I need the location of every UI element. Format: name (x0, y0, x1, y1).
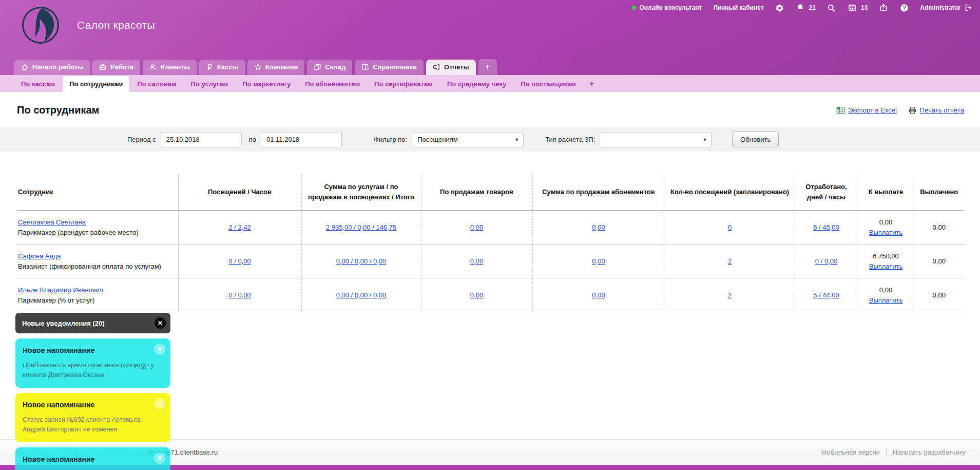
report-subtab[interactable]: По салонам (130, 76, 183, 92)
employee-name-link[interactable]: Светлакова Светлана (18, 218, 86, 226)
write-developer-link[interactable]: Написать разработчику (893, 448, 966, 456)
sum-services-link[interactable]: 0,00 / 0,00 / 0,00 (336, 257, 387, 265)
col-paid: Выплачено (914, 174, 964, 211)
online-consultant-link[interactable]: Онлайн консультант (632, 4, 702, 11)
notifications-stack: Новые уведомления (20) ✕ Новое напоминан… (15, 313, 170, 470)
to-pay-amount: 0,00 (863, 285, 909, 295)
filter-by-select[interactable]: Посещениям ▼ (412, 132, 524, 147)
table-row: Сафина Аида Визажист (фиксированная опла… (17, 245, 964, 278)
col-sum-services: Сумма по услугам / по продажам в посещен… (301, 174, 421, 211)
worked-link[interactable]: 6 / 45,00 (813, 223, 839, 231)
goods-sales-link[interactable]: 0,00 (470, 223, 483, 231)
add-tab-button[interactable]: + (478, 59, 497, 75)
print-report-link[interactable]: Печать отчёта (908, 106, 964, 115)
employee-name-link[interactable]: Сафина Аида (18, 252, 61, 260)
filter-by-value: Посещениям (417, 136, 458, 143)
main-tab-label: Работа (110, 63, 133, 71)
main-tab[interactable]: Кассы (199, 60, 245, 75)
main-tab[interactable]: Клиенты (143, 60, 197, 75)
notification-title: Новое напоминание (23, 346, 163, 354)
visits-hours-link[interactable]: 0 / 0,00 (228, 291, 251, 299)
main-tab-label: Клиенты (161, 63, 190, 71)
close-icon[interactable]: ✕ (154, 344, 165, 355)
pay-out-link[interactable]: Выплатить (869, 262, 903, 270)
report-subtab[interactable]: По кассам (14, 76, 62, 92)
report-subtab[interactable]: По среднему чеку (440, 76, 513, 92)
goods-sales-link[interactable]: 0,00 (470, 257, 483, 265)
worked-link[interactable]: 5 / 44,00 (813, 291, 839, 299)
book-icon (361, 63, 369, 71)
period-to-input[interactable]: 01.11.2018 (261, 132, 342, 147)
visits-hours-link[interactable]: 0 / 0,00 (228, 257, 251, 265)
notification-body: Статус записи №692 клиента Артемьев Андр… (23, 415, 163, 435)
employee-name-link[interactable]: Ильин Владимир Иванович (18, 286, 103, 294)
report-subtab[interactable]: По сотрудникам (63, 76, 129, 92)
mobile-version-link[interactable]: Мобильная версия (821, 448, 879, 456)
main-tab[interactable]: Компания (247, 60, 305, 75)
report-subtab[interactable]: По маркетингу (236, 76, 297, 92)
export-excel-link[interactable]: Экспорт в Excel (836, 106, 897, 115)
filter-bar: Период с 25.10.2018 по 01.11.2018 Фильтр… (0, 127, 980, 152)
report-subtab[interactable]: По сертификатам (368, 76, 439, 92)
report-subtab[interactable]: По услугам (184, 76, 235, 92)
salary-type-select[interactable]: ▼ (600, 132, 712, 147)
main-tabs: Начало работы Работа Клиенты Кассы Компа… (14, 59, 497, 75)
export-excel-label: Экспорт в Excel (848, 106, 897, 114)
add-subtab-button[interactable]: + (584, 76, 600, 92)
sum-services-link[interactable]: 2 935,00 / 0,00 / 146,75 (326, 223, 396, 231)
share-button[interactable] (879, 3, 888, 12)
main-tab-label: Отчеты (444, 63, 469, 71)
boxes-icon (314, 63, 321, 71)
divider (886, 449, 887, 456)
planned-visits-link[interactable]: 2 (728, 291, 732, 299)
report-subtab[interactable]: По поставщикам (514, 76, 583, 92)
main-tab[interactable]: Справочники (355, 60, 424, 75)
col-subscriptions-sum: Сумма по продажам абонементов (532, 174, 665, 211)
table-row: Светлакова Светлана Парикмахер (арендует… (17, 211, 964, 245)
calendar-button[interactable]: 13 (848, 3, 868, 12)
subscriptions-sum-link[interactable]: 0,00 (592, 223, 605, 231)
pay-out-link[interactable]: Выплатить (869, 296, 903, 304)
report-subtab-label: По поставщикам (521, 80, 576, 88)
main-tab-label: Склад (325, 63, 345, 71)
user-menu[interactable]: Administrator (920, 3, 973, 12)
briefcase-icon (99, 63, 107, 71)
subscriptions-sum-link[interactable]: 0,00 (592, 291, 605, 299)
share-icon (879, 3, 888, 12)
close-icon[interactable]: ✕ (155, 317, 166, 329)
planned-visits-link[interactable]: 0 (728, 223, 732, 231)
period-from-input[interactable]: 25.10.2018 (161, 132, 242, 147)
search-button[interactable] (827, 3, 836, 12)
visits-hours-link[interactable]: 2 / 2,42 (228, 223, 251, 231)
main-tab[interactable]: Начало работы (14, 60, 90, 75)
question-icon: ? (899, 3, 909, 12)
pay-out-link[interactable]: Выплатить (869, 229, 903, 236)
ruble-icon (206, 63, 214, 71)
main-tab[interactable]: Работа (92, 60, 140, 75)
app-logo[interactable] (21, 5, 61, 45)
report-subtab[interactable]: По абонементам (298, 76, 367, 92)
refresh-button[interactable]: Обновить (732, 131, 779, 147)
planned-visits-link[interactable]: 2 (728, 257, 732, 265)
col-employee: Сотрудник (17, 174, 178, 211)
worked-link[interactable]: 0 / 0,00 (815, 257, 837, 265)
main-tab[interactable]: Отчеты (426, 60, 476, 75)
close-icon[interactable]: ✕ (154, 453, 165, 464)
main-tab[interactable]: Склад (307, 60, 352, 75)
goods-sales-link[interactable]: 0,00 (470, 291, 483, 299)
col-visits-hours: Посещений / Часов (178, 174, 301, 211)
col-planned-visits: Кол-во посещений (запланировано) (665, 174, 795, 211)
sum-services-link[interactable]: 0,00 / 0,00 / 0,00 (336, 291, 387, 299)
report-subtab-label: По услугам (191, 80, 228, 88)
personal-cabinet-link[interactable]: Личный кабинет (714, 4, 764, 11)
help-button[interactable]: ? (899, 3, 909, 12)
col-worked: Отработано, дней / часы (795, 174, 858, 211)
print-report-label: Печать отчёта (920, 106, 964, 114)
settings-button[interactable] (775, 3, 784, 12)
col-goods-sales: По продажам товаров (421, 174, 532, 211)
users-icon (149, 63, 157, 71)
subscriptions-sum-link[interactable]: 0,00 (592, 257, 605, 265)
paid-amount: 0,00 (933, 223, 946, 231)
close-icon[interactable]: ✕ (154, 398, 165, 409)
notifications-button[interactable]: 21 (796, 3, 816, 12)
